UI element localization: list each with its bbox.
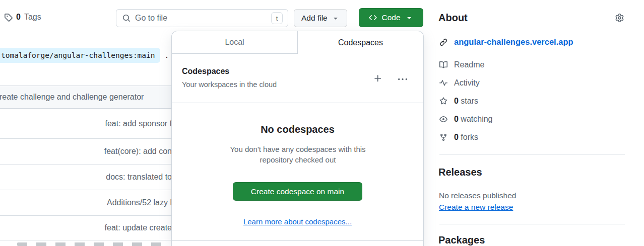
forks-count: 0 (454, 133, 459, 141)
sidebar-item-activity[interactable]: Activity (439, 78, 480, 88)
latest-commit-row[interactable]: create challenge and challenge generator (0, 86, 173, 109)
tags-label: Tags (24, 13, 41, 22)
table-row[interactable]: feat(core): add con (0, 139, 173, 165)
stars-count: 0 (454, 97, 459, 105)
file-table: create challenge and challenge generator… (0, 86, 173, 240)
table-row[interactable]: feat: update create (0, 216, 173, 240)
stars-label: stars (461, 97, 478, 105)
table-row[interactable]: Additions/52 lazy l (0, 190, 173, 216)
website-link[interactable]: angular-challenges.vercel.app (454, 37, 573, 47)
about-heading: About (438, 12, 468, 24)
latest-commit-message[interactable]: create challenge and challenge generator (0, 93, 144, 102)
forks-label: forks (461, 133, 478, 141)
tag-icon (4, 13, 13, 22)
code-button-label: Code (381, 13, 400, 22)
fork-icon (439, 133, 447, 141)
no-codespaces-title: No codespaces (172, 124, 423, 135)
commit-message[interactable]: Additions/52 lazy l (107, 198, 173, 207)
table-row[interactable]: feat: add sponsor f (0, 109, 173, 139)
sidebar-item-readme[interactable]: Readme (439, 60, 484, 69)
commit-message[interactable]: docs: translated to (106, 173, 173, 182)
search-input[interactable] (135, 14, 267, 23)
stat-text: 0 stars (454, 97, 478, 106)
sidebar-item-label: Activity (454, 78, 480, 88)
packages-heading: Packages (438, 234, 485, 246)
learn-more-link[interactable]: Learn more about codespaces... (172, 217, 423, 226)
eye-icon (439, 115, 447, 123)
github-repo-page: 0 Tags t Add file Code tomalaforge/angul… (0, 0, 644, 246)
branch-sentence-suffix: . (165, 51, 169, 59)
tab-codespaces[interactable]: Codespaces (298, 31, 423, 54)
tags-summary[interactable]: 0 Tags (4, 13, 41, 22)
commit-message[interactable]: feat(core): add con (104, 147, 173, 156)
create-release-link[interactable]: Create a new release (439, 203, 513, 212)
table-row[interactable]: docs: translated to (0, 165, 173, 190)
stat-text: 0 forks (454, 133, 478, 142)
releases-heading: Releases (438, 167, 482, 178)
star-icon (439, 97, 447, 105)
sidebar-item-stars[interactable]: 0 stars (439, 97, 478, 106)
pulse-icon (439, 79, 447, 87)
repo-website-row: angular-challenges.vercel.app (439, 37, 573, 47)
sidebar-item-forks[interactable]: 0 forks (439, 133, 478, 142)
popover-footer-divider (172, 240, 423, 241)
create-codespace-button[interactable]: Create codespace on main (233, 182, 362, 201)
new-codespace-plus-icon[interactable] (373, 74, 382, 83)
stat-text: 0 watching (454, 115, 493, 124)
branch-ref-chip: tomalaforge/angular-challenges:main (0, 48, 160, 63)
search-icon (122, 14, 131, 22)
tab-local[interactable]: Local (172, 31, 298, 54)
add-file-label: Add file (301, 14, 328, 23)
sidebar-divider (439, 154, 625, 154)
chevron-down-icon (405, 14, 413, 22)
add-file-button[interactable]: Add file (294, 9, 347, 27)
code-button[interactable]: Code (359, 8, 423, 27)
commit-message[interactable]: feat: add sponsor f (105, 119, 173, 128)
chevron-down-icon (332, 14, 340, 22)
shortcut-key-hint: t (271, 12, 283, 24)
book-icon (439, 61, 447, 69)
code-dropdown-popover: Local Codespaces Codespaces Your workspa… (171, 31, 424, 246)
link-icon (439, 38, 447, 46)
kebab-menu-icon[interactable] (398, 75, 407, 84)
watching-label: watching (461, 115, 492, 123)
codespaces-title: Codespaces (182, 67, 229, 76)
next-row-clipped-text (17, 242, 168, 246)
code-icon (369, 14, 377, 22)
go-to-file-search[interactable]: t (116, 9, 288, 27)
popover-tabs: Local Codespaces (172, 31, 423, 54)
sidebar-item-watching[interactable]: 0 watching (439, 115, 493, 124)
sidebar-divider (439, 224, 625, 224)
codespaces-header: Codespaces Your workspaces in the cloud (172, 54, 423, 103)
commit-message[interactable]: feat: update create (105, 223, 173, 232)
gear-icon[interactable] (615, 14, 624, 22)
tags-count: 0 (16, 13, 21, 22)
releases-empty-text: No releases published (439, 191, 516, 200)
no-codespaces-description: You don't have any codespaces with this … (222, 144, 373, 165)
watching-count: 0 (454, 115, 459, 123)
codespaces-subtitle: Your workspaces in the cloud (182, 80, 277, 89)
sidebar-item-label: Readme (454, 60, 484, 69)
branch-status-line: tomalaforge/angular-challenges:main . (0, 48, 169, 63)
